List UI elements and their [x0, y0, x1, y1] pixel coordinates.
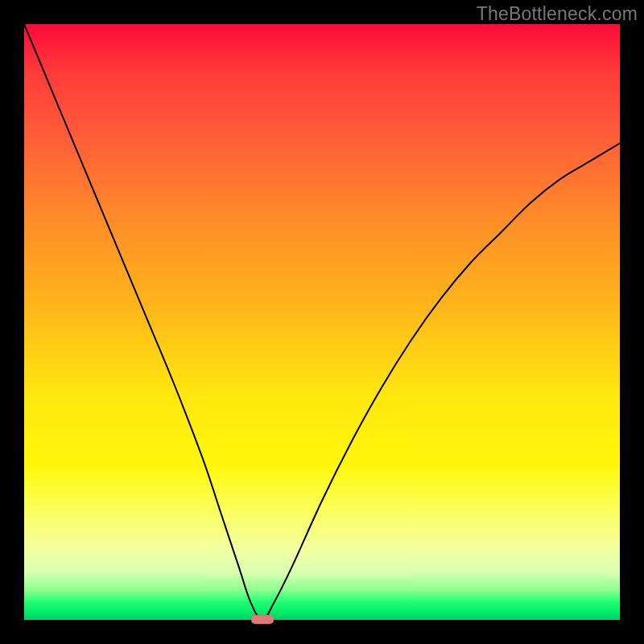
curve-svg	[24, 24, 620, 620]
minimum-marker	[251, 615, 274, 624]
chart-frame: TheBottleneck.com	[0, 0, 644, 644]
plot-area	[24, 24, 620, 620]
bottleneck-curve	[24, 24, 620, 620]
watermark-text: TheBottleneck.com	[477, 3, 638, 25]
